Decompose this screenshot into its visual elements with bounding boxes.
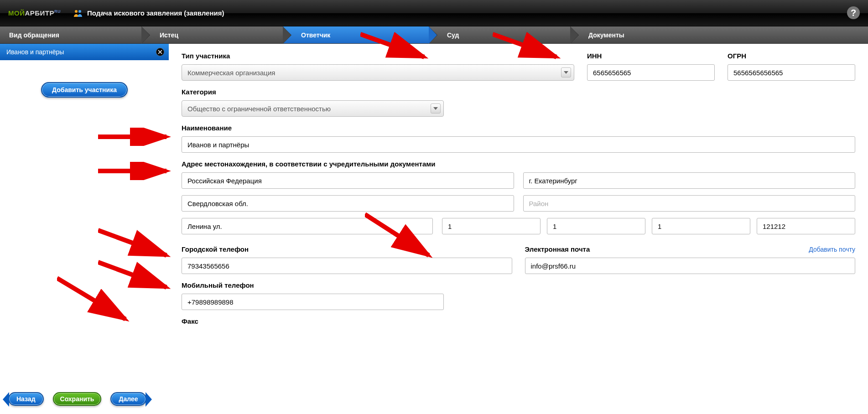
input-email[interactable] xyxy=(525,258,856,274)
input-house-a[interactable] xyxy=(442,218,541,234)
input-ogrn[interactable] xyxy=(728,64,855,81)
step-label: Истец xyxy=(160,31,178,39)
step-documents[interactable]: Документы xyxy=(570,26,868,43)
input-city-phone[interactable] xyxy=(182,258,512,274)
label-fax: Факс xyxy=(182,317,444,325)
close-icon[interactable] xyxy=(156,48,164,56)
input-postal[interactable] xyxy=(757,218,855,234)
step-defendant[interactable]: Ответчик xyxy=(283,26,429,43)
main: Иванов и партнёры Добавить участника Наз… xyxy=(0,44,868,414)
logo-part-1: МОЙ xyxy=(8,9,25,17)
step-court[interactable]: Суд xyxy=(429,26,570,43)
label-type: Тип участника xyxy=(182,52,574,60)
svg-point-1 xyxy=(78,10,81,13)
label-name: Наименование xyxy=(182,124,855,132)
input-house-c[interactable] xyxy=(652,218,750,234)
select-category-value: Общество с ограниченной ответственностью xyxy=(187,105,331,113)
input-district[interactable] xyxy=(523,195,856,212)
add-email-link[interactable]: Добавить почту xyxy=(809,246,855,253)
input-city[interactable] xyxy=(523,172,856,189)
back-button[interactable]: Назад xyxy=(8,392,44,406)
add-participant-button[interactable]: Добавить участника xyxy=(41,82,128,98)
input-house-b[interactable] xyxy=(547,218,645,234)
step-plaintiff[interactable]: Истец xyxy=(141,26,283,43)
page-title: Подача искового заявления (заявления) xyxy=(87,9,224,17)
help-icon[interactable]: ? xyxy=(847,6,860,19)
label-email: Электронная почта xyxy=(525,245,590,253)
input-inn[interactable] xyxy=(587,64,715,81)
logo-part-2: АРБИТР xyxy=(25,9,54,17)
step-label: Ответчик xyxy=(301,31,330,39)
label-mobile-phone: Мобильный телефон xyxy=(182,281,444,289)
chevron-down-icon xyxy=(431,104,441,114)
input-name[interactable] xyxy=(182,136,855,153)
logo-sup: RU xyxy=(54,9,61,14)
label-address: Адрес местонахождения, в соответствии с … xyxy=(182,160,855,168)
step-label: Суд xyxy=(447,31,459,39)
steps-nav: Вид обращения Истец Ответчик Суд Докумен… xyxy=(0,26,868,44)
people-icon xyxy=(73,9,83,18)
input-street[interactable] xyxy=(182,218,433,234)
label-inn: ИНН xyxy=(587,52,715,60)
label-ogrn: ОГРН xyxy=(728,52,855,60)
sidebar: Иванов и партнёры Добавить участника Наз… xyxy=(0,44,169,414)
participant-label: Иванов и партнёры xyxy=(6,48,64,56)
svg-point-0 xyxy=(75,10,78,13)
save-button[interactable]: Сохранить xyxy=(53,392,102,406)
select-type[interactable]: Коммерческая организация xyxy=(182,64,574,81)
select-type-value: Коммерческая организация xyxy=(187,69,275,77)
input-country[interactable] xyxy=(182,172,514,189)
step-type[interactable]: Вид обращения xyxy=(0,26,141,43)
next-button[interactable]: Далее xyxy=(110,392,146,406)
label-category: Категория xyxy=(182,88,444,96)
step-label: Документы xyxy=(588,31,624,39)
topbar: МОЙАРБИТРRU Подача искового заявления (з… xyxy=(0,0,868,26)
label-city-phone: Городской телефон xyxy=(182,245,512,253)
select-category[interactable]: Общество с ограниченной ответственностью xyxy=(182,100,444,117)
form-area: Тип участника Коммерческая организация И… xyxy=(169,44,868,414)
input-region[interactable] xyxy=(182,195,514,212)
participant-item[interactable]: Иванов и партнёры xyxy=(0,44,169,60)
input-mobile-phone[interactable] xyxy=(182,294,444,310)
step-label: Вид обращения xyxy=(9,31,59,39)
logo[interactable]: МОЙАРБИТРRU xyxy=(8,9,61,17)
chevron-down-icon xyxy=(561,67,571,78)
